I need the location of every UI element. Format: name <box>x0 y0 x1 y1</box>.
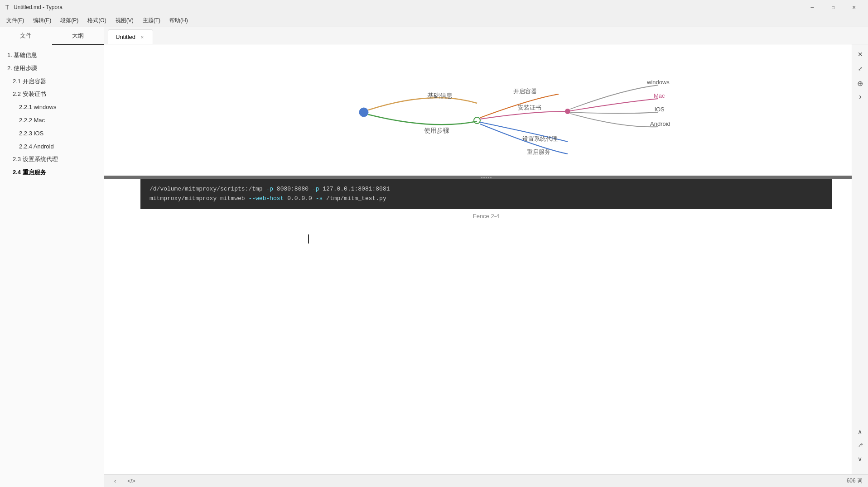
sidebar-outline: 1. 基础信息 2. 使用步骤 2.1 开启容器 2.2 安装证书 2.2.1 … <box>0 45 104 487</box>
arrow-right-button[interactable]: ‹ <box>854 91 867 104</box>
code-block: /d/volume/mitmproxy/scripts:/tmp -p 8080… <box>140 179 832 209</box>
app-icon: T <box>4 4 11 11</box>
window-controls: ─ □ ✕ <box>802 0 864 14</box>
mind-map-container: 基础信息 使用步骤 开启容器 安装证书 windows <box>104 44 868 176</box>
menu-paragraph[interactable]: 段落(P) <box>56 15 83 26</box>
expand-button[interactable]: ⤢ <box>854 62 867 75</box>
outline-item-h3-android[interactable]: 2.2.4 Android <box>0 140 104 153</box>
svg-text:Mac: Mac <box>654 92 665 99</box>
outline-item-h2-22[interactable]: 2.2 安装证书 <box>0 88 104 101</box>
svg-text:重启服务: 重启服务 <box>527 148 550 155</box>
svg-text:基础信息: 基础信息 <box>427 92 453 99</box>
outline-item-h1-2[interactable]: 2. 使用步骤 <box>0 62 104 75</box>
word-count: 606 词 <box>847 477 863 485</box>
tab-close-button[interactable]: × <box>139 34 145 40</box>
bottom-bar: ‹ </> 606 词 <box>104 474 868 487</box>
scroll-down-button[interactable]: ∨ <box>854 453 866 465</box>
title-bar: T Untitled.md - Typora ─ □ ✕ <box>0 0 868 14</box>
drag-handle[interactable] <box>104 176 868 179</box>
svg-text:安装证书: 安装证书 <box>518 104 541 111</box>
drag-dots <box>481 177 492 178</box>
source-mode-button[interactable]: </> <box>126 476 137 487</box>
window-title: Untitled.md - Typora <box>14 4 802 10</box>
svg-text:windows: windows <box>646 79 670 86</box>
bottom-right: 606 词 <box>847 477 863 485</box>
outline-item-h3-windows[interactable]: 2.2.1 windows <box>0 101 104 114</box>
document-tab[interactable]: Untitled × <box>108 29 153 44</box>
code-line-2: mitmproxy/mitmproxy mitmweb --web-host 0… <box>149 194 823 204</box>
menu-view[interactable]: 视图(V) <box>111 15 138 26</box>
outline-item-h2-23[interactable]: 2.3 设置系统代理 <box>0 153 104 166</box>
app-body: 文件 大纲 1. 基础信息 2. 使用步骤 2.1 开启容器 2.2 安装证书 … <box>0 27 868 487</box>
zoom-button[interactable]: ⊕ <box>854 77 867 90</box>
menu-file[interactable]: 文件(F) <box>2 15 29 26</box>
outline-item-h3-ios[interactable]: 2.2.3 iOS <box>0 127 104 140</box>
menu-format[interactable]: 格式(O) <box>83 15 111 26</box>
svg-text:使用步骤: 使用步骤 <box>424 127 449 134</box>
back-button[interactable]: ‹ <box>110 476 121 487</box>
sidebar-tab-outline[interactable]: 大纲 <box>52 27 104 45</box>
editor-area[interactable]: 基础信息 使用步骤 开启容器 安装证书 windows <box>104 44 868 474</box>
outline-item-h2-21[interactable]: 2.1 开启容器 <box>0 75 104 88</box>
svg-text:开启容器: 开启容器 <box>513 88 537 95</box>
close-panel-button[interactable]: ✕ <box>854 48 867 61</box>
code-line-1: /d/volume/mitmproxy/scripts:/tmp -p 8080… <box>149 185 823 194</box>
tabs-bar: Untitled × <box>104 27 868 44</box>
outline-item-h3-mac[interactable]: 2.2.2 Mac <box>0 114 104 127</box>
mind-map-svg: 基础信息 使用步骤 开启容器 安装证书 windows <box>104 44 868 176</box>
branch-icon: ⎇ <box>854 439 866 452</box>
main-area: Untitled × 基础信息 使用步骤 <box>104 27 868 487</box>
minimize-button[interactable]: ─ <box>802 0 823 14</box>
menu-help[interactable]: 帮助(H) <box>165 15 193 26</box>
outline-item-h1-1[interactable]: 1. 基础信息 <box>0 49 104 62</box>
svg-text:设置系统代理: 设置系统代理 <box>522 135 558 142</box>
outline-item-h2-24[interactable]: 2.4 重启服务 <box>0 166 104 179</box>
svg-point-2 <box>474 117 480 124</box>
menu-theme[interactable]: 主题(T) <box>138 15 165 26</box>
svg-text:iOS: iOS <box>655 106 665 113</box>
sidebar-tabs: 文件 大纲 <box>0 27 104 45</box>
svg-text:Android: Android <box>650 120 670 127</box>
sidebar: 文件 大纲 1. 基础信息 2. 使用步骤 2.1 开启容器 2.2 安装证书 … <box>0 27 104 487</box>
text-cursor <box>308 234 309 244</box>
bottom-left: ‹ </> <box>110 476 137 487</box>
sidebar-tab-files[interactable]: 文件 <box>0 27 52 45</box>
tab-label: Untitled <box>116 33 135 40</box>
maximize-button[interactable]: □ <box>823 0 844 14</box>
svg-point-5 <box>565 109 570 114</box>
close-button[interactable]: ✕ <box>844 0 864 14</box>
fence-label: Fence 2-4 <box>140 209 832 223</box>
scroll-up-button[interactable]: ∧ <box>854 425 866 438</box>
right-controls: ✕ ⤢ ⊕ ‹ ∧ ⎇ ∨ <box>852 44 868 474</box>
menu-bar: 文件(F) 编辑(E) 段落(P) 格式(O) 视图(V) 主题(T) 帮助(H… <box>0 14 868 27</box>
menu-edit[interactable]: 编辑(E) <box>29 15 56 26</box>
svg-point-0 <box>359 108 368 117</box>
